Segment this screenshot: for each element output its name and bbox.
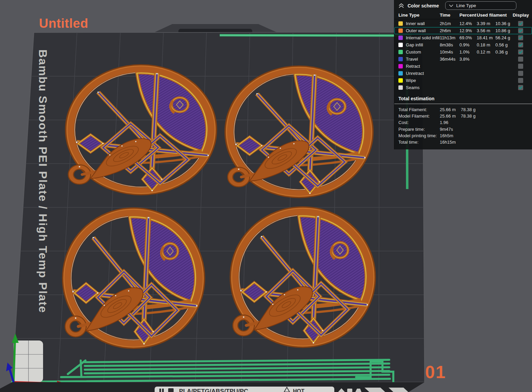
line-type-row[interactable]: Internal solid infill 11h13m 69.0% 18.41… — [394, 34, 532, 41]
dropdown-selected-value: Line Type — [456, 3, 476, 8]
line-type-time: 2h1m — [440, 21, 459, 26]
collapse-panel-icon[interactable] — [398, 3, 404, 8]
estimation-value-secondary: 78.38 g — [461, 106, 532, 113]
line-type-label: Custom — [406, 49, 421, 55]
estimation-value-secondary — [461, 126, 532, 132]
checkmark-icon — [518, 50, 523, 54]
line-type-filament-length: 0.18 m — [477, 42, 495, 47]
estimation-value-secondary — [461, 139, 532, 145]
line-type-row[interactable]: Gap infill 8m38s 0.9% 0.18 m 0.56 g — [394, 41, 532, 48]
column-header-line-type: Line Type — [398, 13, 440, 18]
estimation-label: Model printing time: — [398, 132, 440, 139]
line-type-row[interactable]: Seams — [394, 84, 532, 91]
checkmark-icon — [518, 21, 523, 26]
total-estimation-title: Total estimation — [394, 95, 532, 104]
line-type-color-swatch — [398, 28, 403, 33]
line-type-percent: 1.0% — [459, 49, 477, 55]
line-type-filament-length: 3.39 m — [477, 21, 495, 26]
line-type-color-swatch — [398, 85, 403, 90]
line-type-row[interactable]: Inner wall 2h1m 12.4% 3.39 m 10.36 g — [394, 20, 532, 27]
plate-hot-label: HOT — [293, 388, 304, 392]
line-type-color-swatch — [398, 57, 403, 61]
display-checkbox[interactable] — [518, 64, 523, 69]
line-type-time: 36m44s — [440, 57, 459, 62]
column-header-used-filament: Used filament — [477, 13, 513, 18]
line-type-label: Unretract — [406, 71, 424, 76]
line-type-color-swatch — [398, 21, 403, 26]
line-type-label: Outer wall — [406, 28, 426, 33]
line-type-row[interactable]: Travel 36m44s 3.8% — [394, 56, 532, 63]
plate-front-face: PLA/PETG/ABS/TPU/PC HOT — [0, 382, 425, 392]
estimation-label: Total Filament: — [398, 106, 440, 113]
line-type-row[interactable]: Unretract — [394, 70, 532, 77]
slicer-preview-screen: { "project": { "title": "Untitled" }, "p… — [0, 0, 532, 392]
display-checkbox[interactable] — [518, 57, 523, 62]
estimation-value-secondary — [461, 119, 532, 126]
line-type-color-swatch — [398, 71, 403, 76]
line-type-filament-weight: 0.56 g — [495, 42, 513, 47]
display-checkbox[interactable] — [518, 49, 523, 55]
column-header-time: Time — [440, 13, 459, 18]
line-type-color-swatch — [398, 78, 403, 83]
column-header-percent: Percent — [459, 13, 477, 18]
estimation-value: 1.96 — [440, 119, 461, 126]
estimation-row: Model printing time: 16h5m — [394, 132, 532, 139]
display-checkbox[interactable] — [518, 42, 523, 47]
estimation-row: Total Filament: 25.66 m 78.38 g — [394, 106, 532, 113]
plate-number-label[interactable]: 01 — [425, 362, 446, 382]
line-type-filament-length: 18.41 m — [477, 35, 495, 40]
estimation-value: 16h5m — [440, 132, 461, 139]
estimation-label: Model Filament: — [398, 113, 440, 119]
line-type-color-swatch — [398, 43, 403, 47]
estimation-row: Total time: 16h15m — [394, 139, 532, 145]
display-checkbox[interactable] — [518, 28, 523, 33]
line-type-row[interactable]: Custom 10m4s 1.0% 0.12 m 0.36 g — [394, 48, 532, 56]
line-type-label: Wipe — [406, 78, 416, 83]
project-title: Untitled — [39, 16, 88, 31]
chevron-down-icon — [449, 4, 453, 7]
line-type-filament-weight: 56.24 g — [495, 35, 513, 40]
line-type-percent: 3.8% — [459, 57, 477, 62]
column-header-display: Display — [513, 13, 532, 18]
estimation-value: 16h15m — [440, 139, 461, 145]
line-type-color-swatch — [398, 50, 403, 54]
display-checkbox[interactable] — [518, 35, 523, 40]
estimation-row: Model Filament: 25.66 m 78.38 g — [394, 113, 532, 119]
checkmark-icon — [518, 43, 523, 47]
checkmark-icon — [518, 36, 523, 40]
display-checkbox[interactable] — [518, 71, 523, 76]
line-type-label: Gap infill — [406, 42, 423, 47]
estimation-label: Total time: — [398, 139, 440, 145]
display-checkbox[interactable] — [518, 21, 523, 26]
checkmark-icon — [518, 28, 523, 33]
line-type-table: Inner wall 2h1m 12.4% 3.39 m 10.36 g Out… — [394, 19, 532, 91]
estimation-row: Prepare time: 9m47s — [394, 126, 532, 132]
line-type-row[interactable]: Wipe — [394, 77, 532, 84]
line-type-label: Internal solid infill — [406, 35, 440, 40]
box-icon — [347, 389, 352, 392]
line-type-label: Retract — [406, 64, 420, 69]
line-type-percent: 12.9% — [459, 28, 477, 33]
divider — [394, 104, 532, 104]
line-type-filament-length: 3.56 m — [477, 28, 495, 33]
line-type-row[interactable]: Outer wall 2h6m 12.9% 3.56 m 10.86 g — [394, 27, 532, 34]
estimation-value-secondary: 78.38 g — [461, 113, 532, 119]
line-type-percent: 69.0% — [459, 35, 477, 40]
line-type-filament-length: 0.12 m — [477, 49, 495, 55]
line-type-color-swatch — [398, 36, 403, 40]
total-estimation-section: Total estimation Total Filament: 25.66 m… — [394, 95, 532, 145]
line-type-filament-weight: 10.36 g — [495, 21, 513, 26]
line-type-time: 11h13m — [440, 35, 459, 40]
line-type-label: Seams — [406, 85, 419, 90]
display-checkbox[interactable] — [518, 78, 523, 83]
panel-title: Color scheme — [408, 3, 439, 8]
estimation-value: 25.66 m — [440, 106, 461, 113]
color-scheme-dropdown[interactable]: Line Type — [445, 1, 516, 10]
line-type-table-header: Line Type Time Percent Used filament Dis… — [394, 11, 532, 19]
line-type-time: 10m4s — [440, 49, 459, 55]
estimation-value: 9m47s — [440, 126, 461, 132]
line-type-row[interactable]: Retract — [394, 63, 532, 70]
plate-material-label: PLA/PETG/ABS/TPU/PC — [179, 388, 248, 392]
display-checkbox[interactable] — [518, 85, 523, 90]
plate-name-label: Bambu Smooth PEI Plate / High Temp Plate — [36, 49, 50, 354]
